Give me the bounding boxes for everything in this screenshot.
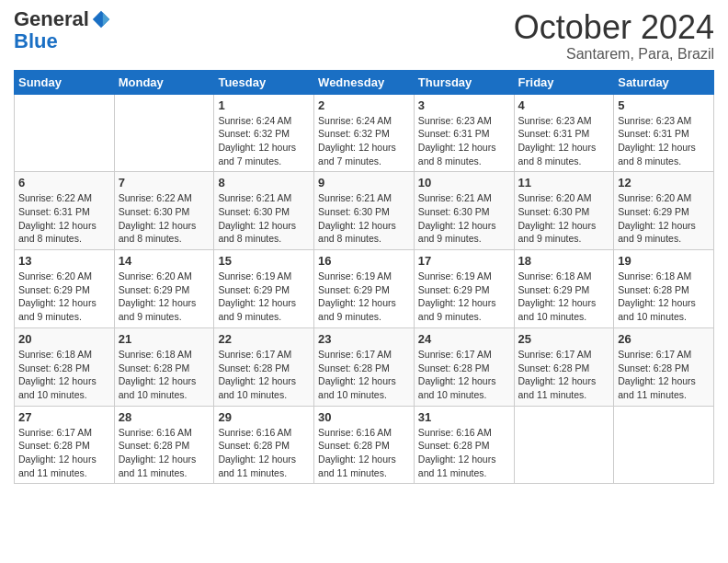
day-info: Sunrise: 6:18 AMSunset: 6:28 PMDaylight:… <box>618 270 710 324</box>
svg-marker-1 <box>103 13 109 27</box>
logo-blue: Blue <box>14 29 58 53</box>
header-row: SundayMondayTuesdayWednesdayThursdayFrid… <box>15 70 714 94</box>
day-number: 15 <box>218 254 310 268</box>
calendar-cell: 7Sunrise: 6:22 AMSunset: 6:30 PMDaylight… <box>114 172 214 250</box>
day-number: 14 <box>119 254 210 268</box>
day-info: Sunrise: 6:17 AMSunset: 6:28 PMDaylight:… <box>218 348 310 402</box>
day-info: Sunrise: 6:23 AMSunset: 6:31 PMDaylight:… <box>518 114 610 168</box>
header-day-thursday: Thursday <box>414 70 514 94</box>
day-info: Sunrise: 6:19 AMSunset: 6:29 PMDaylight:… <box>218 270 310 324</box>
location-title: Santarem, Para, Brazil <box>514 46 714 63</box>
day-number: 23 <box>318 332 410 346</box>
day-number: 12 <box>618 176 710 190</box>
calendar-cell: 11Sunrise: 6:20 AMSunset: 6:30 PMDayligh… <box>514 172 614 250</box>
logo-general: General <box>14 9 89 29</box>
calendar-cell: 28Sunrise: 6:16 AMSunset: 6:28 PMDayligh… <box>114 406 214 484</box>
day-info: Sunrise: 6:24 AMSunset: 6:32 PMDaylight:… <box>318 114 410 168</box>
day-number: 20 <box>18 332 110 346</box>
day-info: Sunrise: 6:20 AMSunset: 6:30 PMDaylight:… <box>518 191 610 246</box>
calendar-cell: 22Sunrise: 6:17 AMSunset: 6:28 PMDayligh… <box>214 327 314 406</box>
day-info: Sunrise: 6:16 AMSunset: 6:28 PMDaylight:… <box>218 426 310 480</box>
calendar-cell: 12Sunrise: 6:20 AMSunset: 6:29 PMDayligh… <box>614 172 714 250</box>
day-number: 8 <box>218 176 310 190</box>
day-info: Sunrise: 6:17 AMSunset: 6:28 PMDaylight:… <box>618 348 710 402</box>
day-number: 13 <box>18 254 110 268</box>
day-info: Sunrise: 6:24 AMSunset: 6:32 PMDaylight:… <box>218 114 310 168</box>
day-number: 1 <box>218 98 310 112</box>
month-title: October 2024 <box>514 9 714 46</box>
header-day-saturday: Saturday <box>614 70 714 94</box>
calendar-cell: 23Sunrise: 6:17 AMSunset: 6:28 PMDayligh… <box>314 327 415 406</box>
calendar-cell: 19Sunrise: 6:18 AMSunset: 6:28 PMDayligh… <box>614 250 714 328</box>
day-number: 19 <box>618 254 710 268</box>
calendar-table: SundayMondayTuesdayWednesdayThursdayFrid… <box>14 70 714 485</box>
day-info: Sunrise: 6:18 AMSunset: 6:28 PMDaylight:… <box>18 348 110 402</box>
day-info: Sunrise: 6:23 AMSunset: 6:31 PMDaylight:… <box>418 114 510 168</box>
calendar-header: SundayMondayTuesdayWednesdayThursdayFrid… <box>15 70 714 94</box>
day-info: Sunrise: 6:18 AMSunset: 6:29 PMDaylight:… <box>518 270 610 324</box>
day-number: 5 <box>618 98 710 112</box>
calendar-cell: 17Sunrise: 6:19 AMSunset: 6:29 PMDayligh… <box>414 250 514 328</box>
day-info: Sunrise: 6:22 AMSunset: 6:30 PMDaylight:… <box>119 191 210 246</box>
calendar-cell: 31Sunrise: 6:16 AMSunset: 6:28 PMDayligh… <box>414 406 514 484</box>
day-number: 26 <box>618 332 710 346</box>
title-block: October 2024 Santarem, Para, Brazil <box>514 9 714 63</box>
calendar-cell: 20Sunrise: 6:18 AMSunset: 6:28 PMDayligh… <box>15 327 115 406</box>
day-number: 18 <box>518 254 610 268</box>
calendar-body: 1Sunrise: 6:24 AMSunset: 6:32 PMDaylight… <box>15 94 714 484</box>
calendar-cell: 8Sunrise: 6:21 AMSunset: 6:30 PMDaylight… <box>214 172 314 250</box>
day-info: Sunrise: 6:17 AMSunset: 6:28 PMDaylight:… <box>18 426 110 480</box>
calendar-cell: 27Sunrise: 6:17 AMSunset: 6:28 PMDayligh… <box>15 406 115 484</box>
day-info: Sunrise: 6:20 AMSunset: 6:29 PMDaylight:… <box>618 191 710 246</box>
calendar-cell: 10Sunrise: 6:21 AMSunset: 6:30 PMDayligh… <box>414 172 514 250</box>
day-info: Sunrise: 6:23 AMSunset: 6:31 PMDaylight:… <box>618 114 710 168</box>
day-info: Sunrise: 6:16 AMSunset: 6:28 PMDaylight:… <box>418 426 510 480</box>
day-info: Sunrise: 6:17 AMSunset: 6:28 PMDaylight:… <box>518 348 610 402</box>
calendar-cell: 15Sunrise: 6:19 AMSunset: 6:29 PMDayligh… <box>214 250 314 328</box>
day-info: Sunrise: 6:19 AMSunset: 6:29 PMDaylight:… <box>318 270 410 324</box>
calendar-cell: 1Sunrise: 6:24 AMSunset: 6:32 PMDaylight… <box>214 94 314 172</box>
calendar-cell: 24Sunrise: 6:17 AMSunset: 6:28 PMDayligh… <box>414 327 514 406</box>
day-number: 25 <box>518 332 610 346</box>
calendar-cell <box>15 94 115 172</box>
week-row-4: 20Sunrise: 6:18 AMSunset: 6:28 PMDayligh… <box>15 327 714 406</box>
calendar-cell: 3Sunrise: 6:23 AMSunset: 6:31 PMDaylight… <box>414 94 514 172</box>
day-number: 10 <box>418 176 510 190</box>
day-number: 30 <box>318 410 410 424</box>
calendar-cell <box>614 406 714 484</box>
calendar-cell: 2Sunrise: 6:24 AMSunset: 6:32 PMDaylight… <box>314 94 415 172</box>
day-number: 21 <box>119 332 210 346</box>
logo-icon <box>91 9 111 29</box>
day-info: Sunrise: 6:21 AMSunset: 6:30 PMDaylight:… <box>418 191 510 246</box>
calendar-cell: 14Sunrise: 6:20 AMSunset: 6:29 PMDayligh… <box>114 250 214 328</box>
day-number: 6 <box>18 176 110 190</box>
calendar-cell: 26Sunrise: 6:17 AMSunset: 6:28 PMDayligh… <box>614 327 714 406</box>
calendar-cell: 5Sunrise: 6:23 AMSunset: 6:31 PMDaylight… <box>614 94 714 172</box>
day-info: Sunrise: 6:20 AMSunset: 6:29 PMDaylight:… <box>18 270 110 324</box>
calendar-cell: 25Sunrise: 6:17 AMSunset: 6:28 PMDayligh… <box>514 327 614 406</box>
header-day-sunday: Sunday <box>15 70 115 94</box>
day-info: Sunrise: 6:16 AMSunset: 6:28 PMDaylight:… <box>318 426 410 480</box>
day-number: 11 <box>518 176 610 190</box>
week-row-2: 6Sunrise: 6:22 AMSunset: 6:31 PMDaylight… <box>15 172 714 250</box>
day-number: 24 <box>418 332 510 346</box>
day-number: 3 <box>418 98 510 112</box>
logo: General Blue <box>14 9 111 53</box>
day-number: 29 <box>218 410 310 424</box>
calendar-cell: 6Sunrise: 6:22 AMSunset: 6:31 PMDaylight… <box>15 172 115 250</box>
day-info: Sunrise: 6:17 AMSunset: 6:28 PMDaylight:… <box>418 348 510 402</box>
day-info: Sunrise: 6:17 AMSunset: 6:28 PMDaylight:… <box>318 348 410 402</box>
header-day-friday: Friday <box>514 70 614 94</box>
day-number: 17 <box>418 254 510 268</box>
day-info: Sunrise: 6:16 AMSunset: 6:28 PMDaylight:… <box>119 426 210 480</box>
header: General Blue October 2024 Santarem, Para… <box>14 9 714 63</box>
day-number: 31 <box>418 410 510 424</box>
day-info: Sunrise: 6:21 AMSunset: 6:30 PMDaylight:… <box>218 191 310 246</box>
day-info: Sunrise: 6:21 AMSunset: 6:30 PMDaylight:… <box>318 191 410 246</box>
logo-text: General <box>14 9 111 29</box>
page: General Blue October 2024 Santarem, Para… <box>0 0 728 498</box>
calendar-cell: 16Sunrise: 6:19 AMSunset: 6:29 PMDayligh… <box>314 250 415 328</box>
calendar-cell: 30Sunrise: 6:16 AMSunset: 6:28 PMDayligh… <box>314 406 415 484</box>
day-number: 7 <box>119 176 210 190</box>
day-info: Sunrise: 6:22 AMSunset: 6:31 PMDaylight:… <box>18 191 110 246</box>
